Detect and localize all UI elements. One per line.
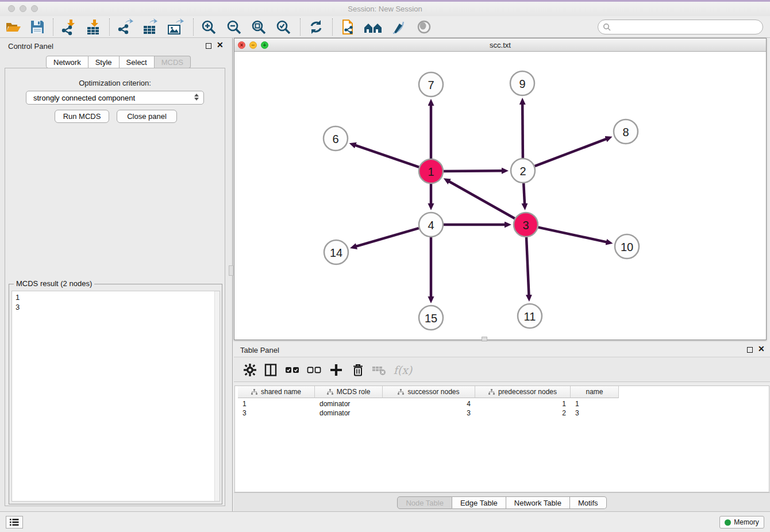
toolbar-separator [300,18,301,36]
add-column-icon[interactable] [327,361,345,379]
graph-node-label: 14 [330,246,342,259]
export-network-icon[interactable] [115,18,134,36]
tab-network[interactable]: Network [46,56,88,68]
tab-edge-table[interactable]: Edge Table [452,496,506,509]
zoom-fit-icon[interactable] [249,18,268,36]
graph-node-label: 7 [428,79,434,91]
table-row[interactable]: 3 dominator 3 2 3 [238,408,619,418]
open-session-icon[interactable] [3,18,23,36]
search-box[interactable] [598,20,763,34]
column-layout-icon[interactable] [261,361,280,379]
mcds-result-text[interactable]: 1 3 [11,291,220,502]
memory-status-icon [725,519,731,526]
show-all-networks-icon[interactable] [363,18,383,36]
column-tree-icon [488,389,495,395]
tab-mcds[interactable]: MCDS [155,56,191,68]
graph-edge-3-11[interactable] [526,237,529,296]
graph-edge-2-3[interactable] [523,183,525,205]
optimization-criterion-select[interactable]: strongly connected component [26,91,204,105]
column-header-shared-name[interactable]: shared name [238,386,315,398]
titlebar: Session: New Session [0,2,770,16]
graph-edge-1-2[interactable] [444,171,503,171]
main-toolbar [0,16,770,38]
graph-node-label: 9 [519,78,525,90]
list-icon [10,518,19,526]
search-input[interactable] [613,21,763,33]
graph-node-label: 15 [425,312,437,325]
graph-edge-3-10[interactable] [538,228,607,242]
delete-column-icon[interactable] [349,361,367,379]
memory-label: Memory [734,518,759,526]
graph-canvas[interactable]: 7968124314101511 [234,52,766,340]
column-header-successor-nodes[interactable]: successor nodes [383,386,475,398]
run-mcds-button[interactable]: Run MCDS [55,110,109,123]
clone-network-icon[interactable] [338,18,358,36]
graph-edge-3-1[interactable] [449,181,515,218]
deselect-all-columns-icon[interactable] [305,361,324,379]
graph-node-label: 1 [428,165,434,178]
column-tree-icon [327,389,333,395]
network-window-titlebar[interactable]: × − + scc.txt [234,38,766,52]
table-toolbar: f(x) [234,357,770,382]
toolbar-separator [332,18,333,36]
table-row[interactable]: 1 dominator 4 1 1 [238,399,619,409]
save-session-icon[interactable] [28,18,47,36]
show-panel-menu-button[interactable] [6,516,23,529]
horizontal-splitter-handle[interactable] [482,337,487,341]
graph-edge-1-6[interactable] [355,145,419,167]
table-panel: Table Panel ✕ [234,342,770,511]
table-header-row: shared name MCDS role successor nodes pr… [238,386,619,398]
tab-style[interactable]: Style [88,56,120,68]
column-header-name[interactable]: name [571,386,619,398]
column-tree-icon [398,389,404,395]
close-panel-button[interactable]: Close panel [117,110,177,123]
application-window: Session: New Session [0,0,770,532]
zoom-out-icon[interactable] [224,18,244,36]
close-panel-icon[interactable]: ✕ [217,40,224,49]
vertical-splitter-handle[interactable] [229,265,233,276]
optimization-criterion-label: Optimization criterion: [5,79,225,87]
zoom-selected-icon[interactable] [274,18,293,36]
close-table-panel-icon[interactable]: ✕ [758,344,765,353]
graph-edge-4-14[interactable] [356,228,419,246]
column-header-mcds-role[interactable]: MCDS role [315,386,383,398]
control-panel: Control Panel ✕ Network Style Select MCD… [0,38,233,511]
chevron-up-down-icon [194,94,199,101]
column-tree-icon [251,389,257,395]
graph-edge-2-9[interactable] [522,103,523,158]
tab-select[interactable]: Select [120,56,155,68]
result-line: 3 [16,302,220,312]
mcds-result-title: MCDS result (2 nodes) [14,279,94,288]
control-panel-tabs: Network Style Select MCDS [46,56,191,68]
memory-button[interactable]: Memory [719,516,764,529]
graph-node-label: 2 [519,165,526,178]
status-bar: Memory [0,511,770,532]
tab-network-table[interactable]: Network Table [506,496,570,509]
export-image-icon[interactable] [165,18,185,36]
export-table-icon[interactable] [140,18,160,36]
show-graphics-details-icon[interactable] [388,18,408,36]
import-network-icon[interactable] [59,18,78,36]
graph-edge-2-8[interactable] [535,138,607,166]
table-tabs: Node Table Edge Table Network Table Moti… [234,496,770,509]
refresh-view-icon[interactable] [306,18,326,36]
tab-motifs[interactable]: Motifs [570,496,607,509]
float-table-panel-icon[interactable] [747,347,753,353]
result-scrollbar[interactable] [214,291,220,501]
graph-node-label: 3 [522,219,529,232]
tab-node-table[interactable]: Node Table [397,496,452,509]
select-all-columns-icon[interactable] [283,361,302,379]
zoom-in-icon[interactable] [199,18,218,36]
app-title: Session: New Session [0,5,770,13]
graph-node-label: 10 [621,241,633,253]
control-panel-title: Control Panel [8,42,53,51]
import-table-icon[interactable] [84,18,103,36]
gear-icon[interactable] [241,361,259,379]
birds-eye-view-icon[interactable] [414,18,434,36]
node-table: shared name MCDS role successor nodes pr… [234,385,769,492]
network-window-title: scc.txt [234,41,766,49]
column-header-predecessor-nodes[interactable]: predecessor nodes [475,386,571,398]
toolbar-separator [53,18,53,36]
float-panel-icon[interactable] [206,43,211,49]
search-icon [603,23,611,31]
